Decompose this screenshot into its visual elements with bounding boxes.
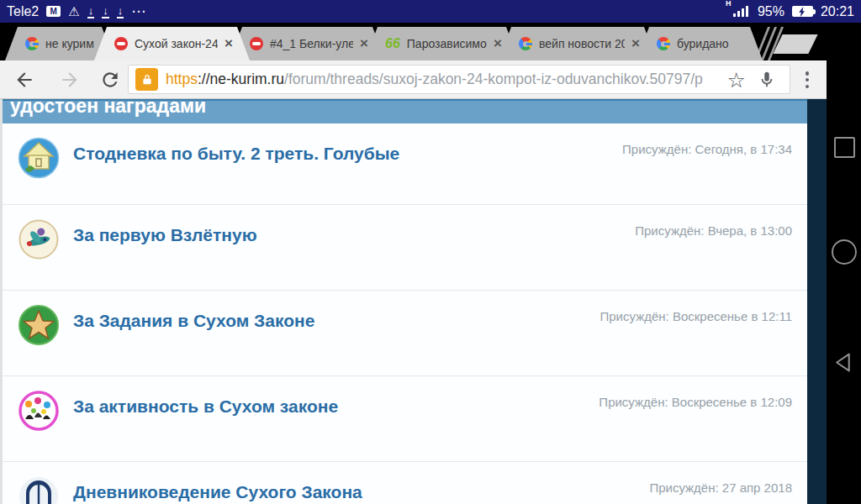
- home-button-icon[interactable]: [832, 239, 857, 265]
- back-icon[interactable]: [13, 69, 35, 91]
- award-row: За Задания в Сухом Законе Присуждён: Вос…: [3, 291, 807, 376]
- android-nav-bar: [827, 23, 861, 504]
- battery-charging-icon: [792, 6, 813, 17]
- url-bar[interactable]: https://ne-kurim.ru/forum/threads/suxoj-…: [128, 65, 790, 94]
- forum-awards-page: удостоен наградами Стодневка по быту. 2 …: [0, 99, 807, 504]
- forward-icon[interactable]: [59, 69, 81, 91]
- browser-menu-icon[interactable]: [799, 71, 816, 89]
- award-date: Присуждён: Воскресенье в 12:09: [599, 395, 792, 409]
- clock-label: 20:21: [821, 4, 854, 19]
- tab-close-icon[interactable]: ×: [494, 38, 502, 50]
- award-date: Присуждён: 27 апр 2018: [649, 480, 792, 495]
- book-award-icon: [18, 475, 60, 504]
- secure-lock-icon: [135, 68, 158, 91]
- url-text: https://ne-kurim.ru/forum/threads/suxoj-…: [166, 71, 703, 88]
- download-notification-icon: ↓: [102, 5, 109, 18]
- google-favicon-icon: [25, 37, 39, 50]
- back-button-icon[interactable]: [832, 351, 855, 377]
- award-title-link[interactable]: Дневниковедение Сухого Закона: [73, 482, 362, 502]
- reload-icon[interactable]: [99, 69, 121, 91]
- award-title-link[interactable]: За Задания в Сухом Законе: [73, 311, 314, 331]
- google-favicon-icon: [657, 37, 670, 50]
- tab-close-icon[interactable]: ×: [631, 38, 640, 50]
- award-date: Присуждён: Вчера, в 13:00: [635, 223, 792, 238]
- people-award-icon: [18, 390, 60, 432]
- tab-belki[interactable]: #4_1 Белки-уле ×: [230, 27, 385, 60]
- tab-vape-news[interactable]: вейп новости 20 ×: [499, 27, 657, 60]
- nekurim-favicon-icon: [250, 37, 263, 50]
- tab-close-icon[interactable]: ×: [224, 38, 233, 50]
- award-title-link[interactable]: За активность в Сухом законе: [73, 396, 338, 417]
- browser-toolbar: https://ne-kurim.ru/forum/threads/suxoj-…: [0, 60, 827, 99]
- warning-notification-icon: ⚠: [68, 5, 79, 18]
- status-bar: Tele2 M ⚠ ↓ ↓ ↓ ⋯ H 95% 20:21: [0, 0, 861, 23]
- star-award-icon: [18, 304, 60, 346]
- award-row: Стодневка по быту. 2 треть. Голубые Прис…: [3, 123, 807, 205]
- house-award-icon: [18, 137, 60, 179]
- signal-strength-icon: H: [726, 6, 748, 17]
- battery-percent-label: 95%: [758, 4, 784, 19]
- download-notification-icon: ↓: [87, 5, 95, 18]
- award-title-link[interactable]: Стодневка по быту. 2 треть. Голубые: [73, 144, 399, 164]
- gmail-notification-icon: M: [46, 6, 61, 17]
- tab-close-icon[interactable]: ×: [360, 38, 368, 50]
- recents-button-icon[interactable]: [834, 137, 855, 158]
- bookmark-star-icon[interactable]: ☆: [727, 68, 746, 92]
- award-date: Присуждён: Воскресенье в 12:11: [600, 309, 792, 323]
- google-favicon-icon: [519, 37, 532, 50]
- tab-suxoj-zakon-active[interactable]: Сухой закон-24 ×: [94, 27, 250, 60]
- tab-parozavisimost[interactable]: 66 Парозависимос ×: [365, 27, 519, 60]
- carrier-label: Tele2: [7, 4, 39, 19]
- award-date: Присуждён: Сегодня, в 17:34: [622, 142, 792, 156]
- awards-section-header: удостоен наградами: [3, 99, 807, 123]
- download-notification-icon: ↓: [117, 5, 124, 18]
- tab-buridano[interactable]: буридано: [637, 27, 763, 60]
- plane-award-icon: [18, 218, 60, 260]
- more-notifications-icon: ⋯: [131, 8, 145, 16]
- award-row: За первую Взлётную Присуждён: Вчера, в 1…: [3, 205, 807, 291]
- nekurim-favicon-icon: [114, 37, 128, 50]
- quotes-favicon-icon: 66: [385, 37, 400, 50]
- award-row: За активность в Сухом законе Присуждён: …: [3, 376, 807, 462]
- voice-search-mic-icon[interactable]: [758, 71, 776, 92]
- page-background-edge: [807, 99, 827, 504]
- award-row: Дневниковедение Сухого Закона Присуждён:…: [3, 462, 807, 504]
- browser-tab-strip: не курим Сухой закон-24 × #4_1 Белки-уле…: [0, 23, 861, 60]
- award-title-link[interactable]: За первую Взлётную: [73, 225, 257, 245]
